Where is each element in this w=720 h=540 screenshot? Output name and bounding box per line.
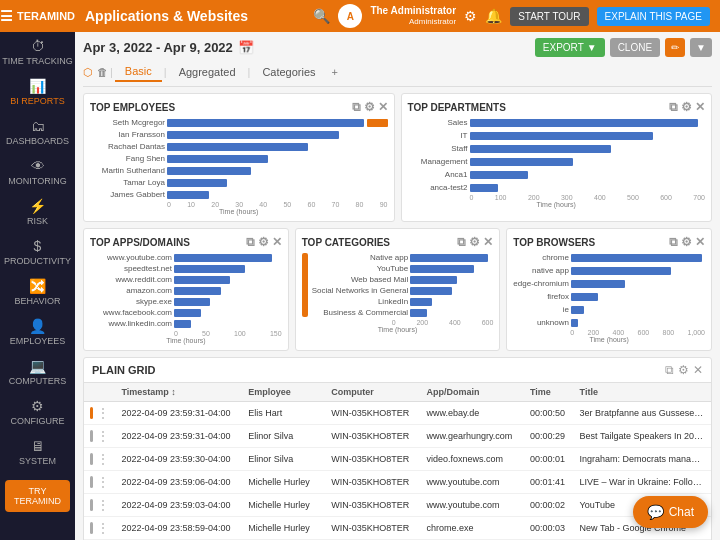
row-dots[interactable]: ⋮ (84, 494, 116, 517)
copy-icon[interactable]: ⧉ (352, 100, 361, 114)
chart-title-departments: TOP DEPARTMENTS ⧉ ⚙ ✕ (408, 100, 706, 114)
close-icon[interactable]: ✕ (483, 235, 493, 249)
browsers-chart-body: chrome native app edge-chromium firefox … (513, 253, 705, 327)
cell-app[interactable]: www.ebay.de (420, 402, 523, 425)
copy-icon[interactable]: ⧉ (669, 100, 678, 114)
bell-icon[interactable]: 🔔 (485, 8, 502, 24)
top-apps-chart: TOP APPS/DOMAINS ⧉ ⚙ ✕ www.youtube.com s… (83, 228, 289, 351)
cell-timestamp: 2022-04-09 23:59:06-04:00 (116, 471, 243, 494)
settings-icon[interactable]: ⚙ (681, 235, 692, 249)
chart-title-categories: TOP CATEGORIES ⧉ ⚙ ✕ (302, 235, 494, 249)
table-row: ⋮ 2022-04-09 23:59:30-04:00 Elinor Silva… (84, 448, 711, 471)
cell-timestamp: 2022-04-09 23:59:30-04:00 (116, 448, 243, 471)
row-dots[interactable]: ⋮ (84, 402, 116, 425)
sidebar-item-behavior[interactable]: 🔀 BEHAVIOR (0, 272, 75, 312)
sidebar-item-risk[interactable]: ⚡ RISK (0, 192, 75, 232)
user-info: The Administrator Administrator (370, 5, 456, 27)
col-computer[interactable]: Computer (325, 383, 420, 402)
search-icon[interactable]: 🔍 (313, 8, 330, 24)
close-icon[interactable]: ✕ (695, 100, 705, 114)
export-button[interactable]: EXPORT ▼ (535, 38, 605, 57)
settings-icon[interactable]: ⚙ (678, 363, 689, 377)
main-content: Applications & Websites 🔍 A The Administ… (75, 0, 720, 540)
settings-icon[interactable]: ⚙ (364, 100, 375, 114)
dollar-icon: $ (34, 238, 42, 254)
cell-app[interactable]: www.gearhungry.com (420, 425, 523, 448)
sidebar-item-computers[interactable]: 💻 COMPUTERS (0, 352, 75, 392)
tab-aggregated[interactable]: Aggregated (169, 63, 246, 81)
settings-icon[interactable]: ⚙ (681, 100, 692, 114)
col-time[interactable]: Time (524, 383, 574, 402)
copy-icon[interactable]: ⧉ (669, 235, 678, 249)
cell-app[interactable]: www.youtube.com (420, 494, 523, 517)
copy-icon[interactable]: ⧉ (665, 363, 674, 377)
close-icon[interactable]: ✕ (378, 100, 388, 114)
top-departments-chart: TOP DEPARTMENTS ⧉ ⚙ ✕ Sales IT Staff Man… (401, 93, 713, 222)
settings-icon[interactable]: ⚙ (464, 8, 477, 24)
gear-icon: ⚙ (31, 398, 44, 414)
chart-actions-departments: ⧉ ⚙ ✕ (669, 100, 705, 114)
calendar-icon[interactable]: 📅 (238, 40, 254, 55)
start-tour-button[interactable]: START TOUR (510, 7, 588, 26)
chart-title-apps: TOP APPS/DOMAINS ⧉ ⚙ ✕ (90, 235, 282, 249)
sidebar-item-time-tracking[interactable]: ⏱ TIME TRACKING (0, 32, 75, 72)
employee-axis-label: Time (hours) (90, 208, 388, 215)
filter-button[interactable]: ▼ (690, 38, 712, 57)
sidebar-item-productivity[interactable]: $ PRODUCTIVITY (0, 232, 75, 272)
cell-time: 00:00:50 (524, 402, 574, 425)
close-icon[interactable]: ✕ (272, 235, 282, 249)
cell-computer: WIN-035KHO8TER (325, 425, 420, 448)
add-tab-icon[interactable]: + (332, 66, 338, 78)
hamburger-icon[interactable]: ☰ (0, 8, 13, 24)
try-teramind-button[interactable]: TRY TERAMIND (5, 480, 70, 512)
table-row: ⋮ 2022-04-09 23:59:31-04:00 Elis Hart WI… (84, 402, 711, 425)
cell-timestamp: 2022-04-09 23:59:03-04:00 (116, 494, 243, 517)
copy-icon[interactable]: ⧉ (457, 235, 466, 249)
explain-page-button[interactable]: EXPLAIN THIS PAGE (597, 7, 710, 26)
col-title[interactable]: Title (574, 383, 711, 402)
cell-title: LIVE – War in Ukraine: Follow the latest… (574, 471, 711, 494)
sidebar-item-configure[interactable]: ⚙ CONFIGURE (0, 392, 75, 432)
cell-app[interactable]: video.foxnews.com (420, 448, 523, 471)
sidebar-item-bi-reports[interactable]: 📊 BI REPORTS (0, 72, 75, 112)
sidebar-item-system[interactable]: 🖥 SYSTEM (0, 432, 75, 472)
charts-row-1: TOP EMPLOYEES ⧉ ⚙ ✕ Seth Mcgregor Ian Fr… (83, 93, 712, 222)
topbar-title: Applications & Websites (85, 8, 305, 24)
settings-icon[interactable]: ⚙ (258, 235, 269, 249)
cell-app[interactable]: www.youtube.com (420, 471, 523, 494)
eye-icon: 👁 (31, 158, 45, 174)
edit-button[interactable]: ✏ (665, 38, 685, 57)
col-employee[interactable]: Employee (242, 383, 325, 402)
clone-button[interactable]: CLONE (610, 38, 660, 57)
chat-bubble[interactable]: 💬 Chat (633, 496, 708, 528)
bar-row (410, 309, 493, 317)
dept-labels: Sales IT Staff Management Anca1 anca-tes… (408, 118, 468, 192)
row-dots[interactable]: ⋮ (84, 448, 116, 471)
sidebar-item-label: CONFIGURE (11, 416, 65, 426)
sidebar-item-label: MONITORING (8, 176, 66, 186)
settings-icon[interactable]: ⚙ (469, 235, 480, 249)
copy-icon[interactable]: ⧉ (246, 235, 255, 249)
row-dots[interactable]: ⋮ (84, 471, 116, 494)
bar-row (571, 306, 705, 314)
charts-row-2: TOP APPS/DOMAINS ⧉ ⚙ ✕ www.youtube.com s… (83, 228, 712, 351)
data-table: Timestamp ↕ Employee Computer App/Domain… (84, 383, 711, 540)
tab-basic[interactable]: Basic (115, 62, 162, 82)
cell-app[interactable]: chrome.exe (420, 517, 523, 540)
plain-grid-section: PLAIN GRID ⧉ ⚙ ✕ Timestamp ↕ Employee Co… (83, 357, 712, 540)
tab-categories[interactable]: Categories (252, 63, 325, 81)
col-app[interactable]: App/Domain (420, 383, 523, 402)
sidebar-item-employees[interactable]: 👤 EMPLOYEES (0, 312, 75, 352)
col-timestamp[interactable]: Timestamp ↕ (116, 383, 243, 402)
sidebar-item-monitoring[interactable]: 👁 MONITORING (0, 152, 75, 192)
basic-icon[interactable]: ⬡ (83, 66, 93, 79)
cell-employee: Elinor Silva (242, 425, 325, 448)
row-dots[interactable]: ⋮ (84, 517, 116, 540)
row-dots[interactable]: ⋮ (84, 425, 116, 448)
cats-labels: Native app YouTube Web based Mail Social… (312, 253, 408, 317)
orange-bar-indicator (302, 253, 308, 317)
close-icon[interactable]: ✕ (695, 235, 705, 249)
sidebar-item-dashboards[interactable]: 🗂 DASHBOARDS (0, 112, 75, 152)
close-icon[interactable]: ✕ (693, 363, 703, 377)
delete-icon[interactable]: 🗑 (97, 66, 108, 78)
